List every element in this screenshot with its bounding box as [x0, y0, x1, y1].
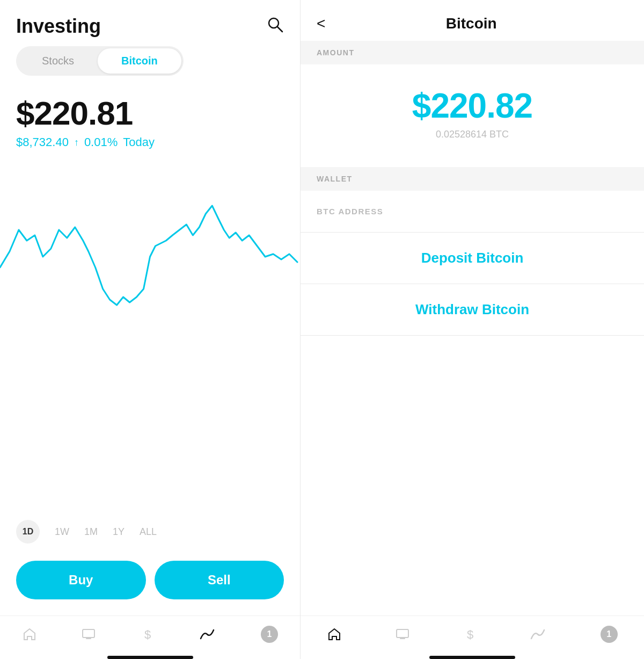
chart-area [0, 160, 300, 511]
right-nav-dollar-icon[interactable]: $ [463, 627, 478, 642]
tab-stocks[interactable]: Stocks [18, 48, 98, 74]
today-label: Today [123, 135, 155, 149]
svg-line-1 [277, 27, 282, 32]
svg-rect-2 [83, 629, 94, 638]
right-nav-home-icon[interactable] [327, 627, 342, 642]
amount-usd: $220.82 [412, 86, 532, 126]
filter-1m[interactable]: 1M [84, 526, 98, 538]
nav-home-icon[interactable] [22, 627, 37, 642]
amount-section-label: AMOUNT [301, 41, 644, 64]
back-button[interactable]: < [317, 15, 325, 32]
price-section: $220.81 $8,732.40 ↑ 0.01% Today [0, 89, 300, 160]
filter-1y[interactable]: 1Y [113, 526, 125, 538]
home-indicator [107, 656, 193, 659]
filter-all[interactable]: ALL [140, 526, 157, 538]
right-nav-chart-icon[interactable] [530, 627, 547, 642]
page-title: Investing [16, 15, 101, 38]
wallet-section-label: WALLET [301, 167, 644, 191]
svg-text:$: $ [467, 628, 473, 641]
btc-price: $8,732.40 [16, 135, 69, 149]
right-notification-badge: 1 [601, 626, 618, 643]
right-nav-notification-icon[interactable]: 1 [601, 626, 618, 643]
price-meta: $8,732.40 ↑ 0.01% Today [16, 135, 284, 149]
amount-value-area: $220.82 0.02528614 BTC [301, 64, 644, 167]
tab-row: Stocks Bitcoin [0, 46, 300, 76]
notification-badge: 1 [261, 626, 278, 643]
right-header: < Bitcoin [301, 0, 644, 41]
change-pct: 0.01% [84, 135, 118, 149]
main-price: $220.81 [16, 94, 284, 132]
action-buttons: Buy Sell [0, 552, 300, 615]
filter-1d[interactable]: 1D [16, 520, 40, 544]
wallet-content: BTC ADDRESS [301, 191, 644, 232]
left-panel: Investing Stocks Bitcoin $220.81 $8,732.… [0, 0, 301, 659]
nav-dollar-icon[interactable]: $ [140, 627, 155, 642]
change-arrow-icon: ↑ [74, 137, 79, 148]
filter-1w[interactable]: 1W [55, 526, 69, 538]
left-header: Investing [0, 0, 300, 46]
amount-btc: 0.02528614 BTC [436, 129, 509, 140]
sell-button[interactable]: Sell [155, 561, 284, 599]
svg-rect-5 [397, 629, 408, 638]
right-bottom-nav: $ 1 [301, 615, 644, 651]
nav-tv-icon[interactable] [81, 627, 96, 642]
btc-address-label: BTC ADDRESS [317, 207, 628, 216]
left-bottom-nav: $ 1 [0, 615, 300, 651]
nav-notification-icon[interactable]: 1 [261, 626, 278, 643]
nav-chart-icon[interactable] [200, 627, 217, 642]
spacer [301, 336, 644, 615]
tab-pill: Stocks Bitcoin [16, 46, 184, 76]
search-icon[interactable] [267, 16, 284, 37]
time-filters: 1D 1W 1M 1Y ALL [0, 511, 300, 552]
right-nav-tv-icon[interactable] [395, 627, 410, 642]
withdraw-bitcoin-button[interactable]: Withdraw Bitcoin [301, 284, 644, 335]
right-home-indicator [429, 656, 515, 659]
right-panel: < Bitcoin AMOUNT $220.82 0.02528614 BTC … [301, 0, 644, 659]
svg-text:$: $ [144, 628, 151, 641]
right-title: Bitcoin [336, 15, 606, 32]
buy-button[interactable]: Buy [16, 561, 146, 599]
deposit-bitcoin-button[interactable]: Deposit Bitcoin [301, 233, 644, 284]
tab-bitcoin[interactable]: Bitcoin [98, 48, 181, 74]
